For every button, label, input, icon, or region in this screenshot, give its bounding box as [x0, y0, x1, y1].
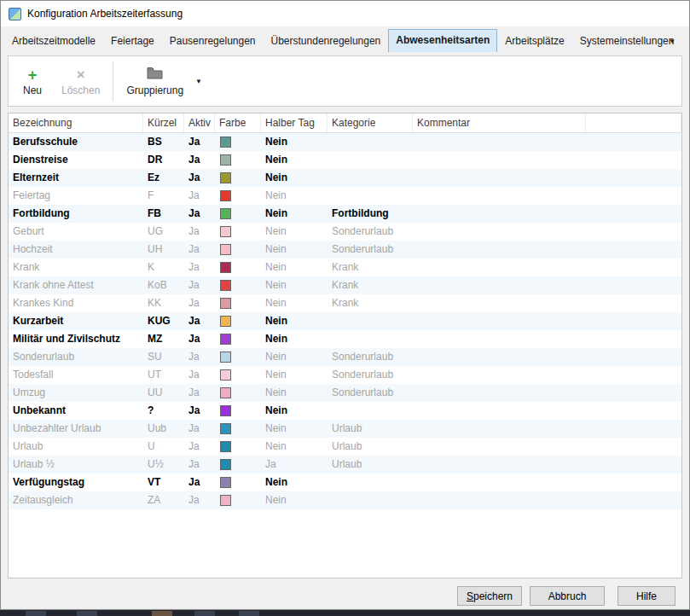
column-header-k-rzel[interactable]: Kürzel	[143, 113, 184, 132]
hilfe-button[interactable]: Hilfe	[618, 586, 676, 606]
table-row[interactable]: TodesfallUTJaNeinSonderurlaub	[9, 366, 681, 384]
table-row[interactable]: Krank ohne AttestKoBJaNeinKrank	[9, 276, 681, 294]
table-row[interactable]: BerufsschuleBSJaNein	[9, 133, 681, 151]
table-row[interactable]: Unbezahlter UrlaubUubJaNeinUrlaub	[9, 420, 681, 438]
column-header-blank[interactable]	[586, 113, 681, 132]
cell-halber-tag: Ja	[261, 456, 328, 474]
tab-abwesenheitsarten[interactable]: Abwesenheitsarten	[388, 29, 497, 52]
table-row[interactable]: ZeitausgleichZAJaNein	[9, 491, 681, 509]
table-row[interactable]: DienstreiseDRJaNein	[9, 151, 681, 169]
table-row[interactable]: Militär und ZivilschutzMZJaNein	[9, 330, 681, 348]
tab-feiertage[interactable]: Feiertage	[103, 31, 162, 52]
table-row[interactable]: Krankes KindKKJaNeinKrank	[9, 294, 681, 312]
cell-kuerzel: UT	[143, 366, 184, 384]
cell-aktiv: Ja	[184, 187, 215, 205]
column-header-halber-tag[interactable]: Halber Tag	[261, 113, 328, 132]
cell-kategorie: Urlaub	[328, 438, 413, 456]
cell-aktiv: Ja	[184, 241, 215, 259]
column-header-kategorie[interactable]: Kategorie	[328, 113, 413, 132]
cell-bezeichnung: Unbezahlter Urlaub	[9, 420, 143, 438]
speichern-button[interactable]: Speichern	[457, 586, 522, 606]
abbruch-button[interactable]: Abbruch	[530, 586, 605, 606]
table-row[interactable]: GeburtUGJaNeinSonderurlaub	[9, 223, 681, 241]
cell-aktiv: Ja	[184, 151, 215, 169]
loeschen-button[interactable]: × Löschen	[55, 59, 107, 103]
cell-kommentar	[413, 259, 586, 276]
cell-kategorie: Sonderurlaub	[328, 384, 413, 402]
color-swatch	[220, 208, 231, 219]
cell-halber-tag: Nein	[261, 205, 328, 223]
cell-blank	[586, 205, 681, 223]
title-bar[interactable]: Konfiguration Arbeitszeiterfassung	[1, 1, 689, 26]
cell-aktiv: Ja	[184, 223, 215, 241]
cell-kuerzel: UG	[143, 223, 184, 241]
column-header-bezeichnung[interactable]: Bezeichnung	[9, 113, 143, 132]
cell-farbe	[215, 276, 261, 294]
tab-pausenregelungen[interactable]: Pausenregelungen	[162, 31, 264, 52]
cell-kuerzel: MZ	[143, 330, 184, 348]
neu-button[interactable]: + Neu	[12, 59, 53, 103]
cell-farbe	[215, 384, 261, 402]
cell-aktiv: Ja	[184, 420, 215, 438]
color-swatch	[220, 172, 231, 183]
taskbar-icon-stub	[77, 611, 97, 616]
neu-button-label: Neu	[23, 84, 42, 96]
tab-overflow-chevron-icon[interactable]: ▼	[669, 38, 676, 45]
table-row[interactable]: Urlaub ½U½JaJaUrlaub	[9, 456, 681, 474]
cell-halber-tag: Nein	[261, 330, 328, 348]
cell-kommentar	[413, 223, 586, 241]
gruppierung-button[interactable]: Gruppierung	[119, 59, 190, 103]
table-row[interactable]: KrankKJaNeinKrank	[9, 259, 681, 276]
column-header-kommentar[interactable]: Kommentar	[413, 113, 586, 132]
table-row[interactable]: KurzarbeitKUGJaNein	[9, 312, 681, 330]
table-row[interactable]: UrlaubUJaNeinUrlaub	[9, 438, 681, 456]
column-header-aktiv[interactable]: Aktiv	[184, 113, 215, 132]
cell-kategorie	[328, 312, 413, 330]
tab--berstundenregelungen[interactable]: Überstundenregelungen	[264, 31, 389, 52]
table-row[interactable]: Unbekannt?JaNein	[9, 402, 681, 420]
table-body: BerufsschuleBSJaNeinDienstreiseDRJaNeinE…	[9, 133, 681, 509]
cell-kommentar	[413, 456, 586, 474]
cell-kuerzel: KK	[143, 294, 184, 312]
cell-halber-tag: Nein	[261, 348, 328, 366]
cell-halber-tag: Nein	[261, 276, 328, 294]
cell-blank	[586, 241, 681, 259]
cell-kategorie	[328, 151, 413, 169]
color-swatch	[220, 423, 231, 434]
taskbar-icon-stub	[194, 611, 215, 616]
cell-kategorie	[328, 330, 413, 348]
cell-kommentar	[413, 474, 586, 491]
delete-icon: ×	[77, 67, 85, 84]
color-swatch	[220, 459, 231, 470]
tab-systemeinstellungen[interactable]: Systemeinstellungen	[572, 31, 682, 52]
table-row[interactable]: SonderurlaubSUJaNeinSonderurlaub	[9, 348, 681, 366]
tab-arbeitszeitmodelle[interactable]: Arbeitszeitmodelle	[4, 31, 103, 52]
color-swatch	[220, 244, 231, 255]
cell-blank	[586, 384, 681, 402]
table-row[interactable]: FeiertagFJaNein	[9, 187, 681, 205]
table-row[interactable]: VerfügungstagVTJaNein	[9, 474, 681, 491]
table-row[interactable]: UmzugUUJaNeinSonderurlaub	[9, 384, 681, 402]
color-swatch	[220, 495, 231, 506]
table-row[interactable]: ElternzeitEzJaNein	[9, 169, 681, 187]
cell-blank	[586, 169, 681, 187]
cell-halber-tag: Nein	[261, 151, 328, 169]
cell-farbe	[215, 420, 261, 438]
gruppierung-dropdown-chevron-icon[interactable]: ▼	[195, 78, 202, 85]
cell-halber-tag: Nein	[261, 294, 328, 312]
cell-farbe	[215, 151, 261, 169]
app-icon	[9, 8, 21, 20]
table-row[interactable]: HochzeitUHJaNeinSonderurlaub	[9, 241, 681, 259]
cell-kuerzel: ?	[143, 402, 184, 420]
table-row[interactable]: FortbildungFBJaNeinFortbildung	[9, 205, 681, 223]
gruppierung-button-label: Gruppierung	[126, 84, 183, 96]
cell-halber-tag: Nein	[261, 420, 328, 438]
cell-kommentar	[413, 133, 586, 151]
cell-bezeichnung: Umzug	[9, 384, 143, 402]
cell-bezeichnung: Krankes Kind	[9, 294, 143, 312]
column-header-farbe[interactable]: Farbe	[215, 113, 261, 132]
tab-arbeitspl-tze[interactable]: Arbeitsplätze	[497, 31, 571, 52]
cell-blank	[586, 348, 681, 366]
tab-strip: ArbeitszeitmodelleFeiertagePausenregelun…	[1, 26, 689, 52]
table-header-row: BezeichnungKürzelAktivFarbeHalber TagKat…	[9, 113, 681, 133]
